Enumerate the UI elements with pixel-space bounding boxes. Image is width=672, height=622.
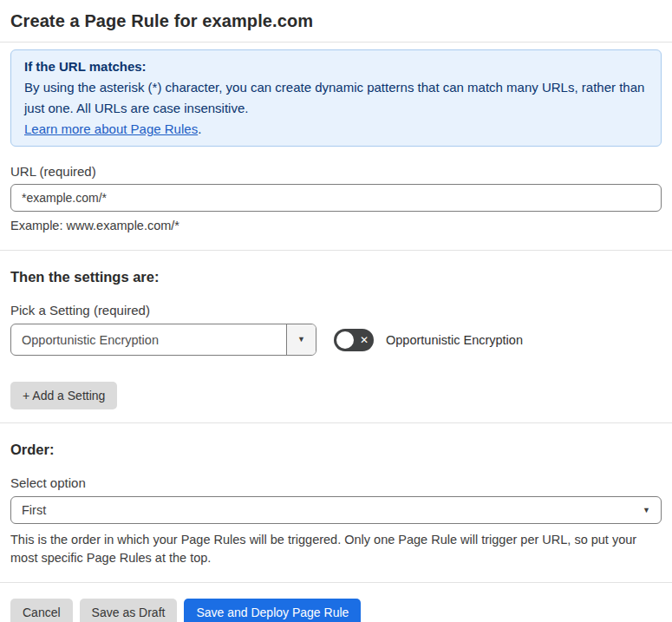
order-section-heading: Order: [10,442,662,458]
url-matches-info-box: If the URL matches: By using the asteris… [10,49,662,147]
create-page-rule-form: Create a Page Rule for example.com If th… [0,0,672,622]
order-helper-text: This is the order in which your Page Rul… [10,531,662,567]
select-option-label: Select option [10,475,662,490]
chevron-down-icon: ▼ [297,336,305,344]
divider [0,582,672,583]
settings-section-heading: Then the settings are: [10,269,662,285]
save-as-draft-button[interactable]: Save as Draft [80,599,178,622]
url-label: URL (required) [10,164,662,179]
divider [0,422,672,423]
url-input[interactable] [10,184,662,212]
add-setting-button[interactable]: + Add a Setting [10,382,117,409]
setting-row: Opportunistic Encryption ▼ ✕ Opportunist… [10,324,662,356]
cancel-button[interactable]: Cancel [10,599,73,622]
info-box-body: By using the asterisk (*) character, you… [24,77,648,119]
toggle-knob [336,331,354,349]
learn-more-link[interactable]: Learn more about Page Rules [24,121,198,136]
save-and-deploy-button[interactable]: Save and Deploy Page Rule [184,599,361,622]
url-helper-text: Example: www.example.com/* [10,217,662,235]
action-button-row: Cancel Save as Draft Save and Deploy Pag… [10,599,662,622]
order-select-value: First [22,503,46,517]
toggle-off-x-icon: ✕ [360,335,369,345]
chevron-down-icon: ▼ [643,507,650,514]
info-box-heading: If the URL matches: [24,56,648,77]
divider [0,250,672,251]
setting-dropdown-value: Opportunistic Encryption [11,324,286,355]
toggle-label: Opportunistic Encryption [386,333,523,347]
opportunistic-encryption-toggle[interactable]: ✕ [334,329,374,351]
link-period: . [198,121,201,136]
divider [0,42,672,43]
order-select[interactable]: First ▼ [10,496,662,524]
pick-setting-label: Pick a Setting (required) [10,303,662,318]
page-title: Create a Page Rule for example.com [10,10,662,31]
setting-dropdown[interactable]: Opportunistic Encryption ▼ [10,324,316,356]
setting-dropdown-arrow-button[interactable]: ▼ [286,324,316,355]
info-box-link-line: Learn more about Page Rules. [24,119,648,140]
